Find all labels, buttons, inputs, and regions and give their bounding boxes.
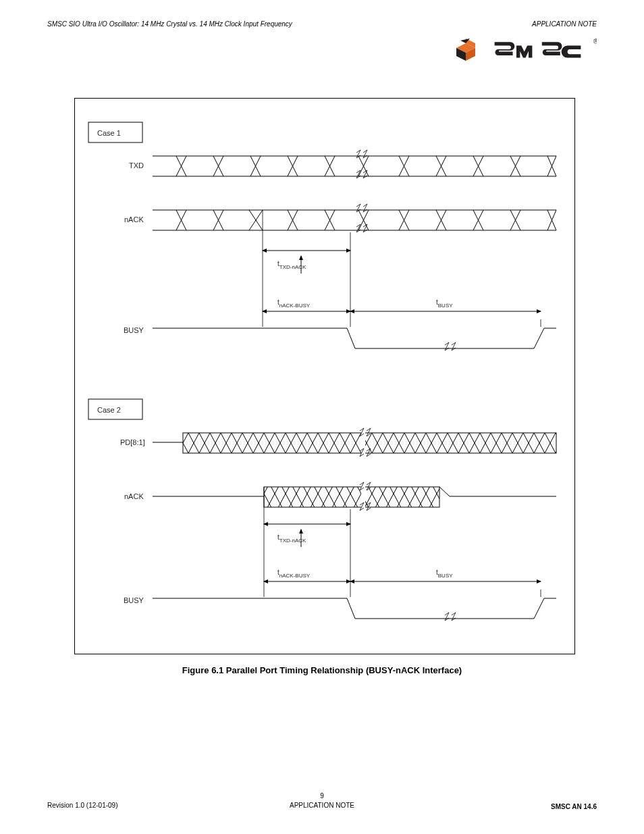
case1-txd-signal <box>153 150 556 178</box>
case2-nack-label: nACK <box>124 492 144 500</box>
case2-pd-signal <box>153 428 556 457</box>
registered-mark: ® <box>593 38 597 45</box>
header-left: SMSC SIO Ultra I/O Oscillator: 14 MHz Cr… <box>47 20 292 28</box>
case1-tnackbusy-label: tnACK-BUSY <box>277 298 311 309</box>
logo-wordmark-icon: ® <box>492 37 597 64</box>
case1-busy-signal <box>153 328 556 350</box>
case1-nack-label: nACK <box>124 215 144 224</box>
page-header: SMSC SIO Ultra I/O Oscillator: 14 MHz Cr… <box>47 20 597 28</box>
case2-ttxdnack-label: tTXD-nACK <box>277 533 306 544</box>
case1-label: Case 1 <box>97 129 121 137</box>
case2-busy-label: BUSY <box>124 596 144 604</box>
case2-nack-signal <box>153 482 556 511</box>
case2-pd-label: PD[8:1] <box>120 438 145 446</box>
header-right: APPLICATION NOTE <box>532 20 597 28</box>
case1-ttxdnack-label: tTXD-nACK <box>277 260 306 270</box>
logo-mark-icon <box>451 37 488 64</box>
page-number: 9 <box>320 792 324 800</box>
case2-busy-signal <box>153 598 556 621</box>
case1-txd-label: TXD <box>129 161 144 170</box>
figure-caption: Figure 6.1 Parallel Port Timing Relation… <box>0 665 644 675</box>
page: SMSC SIO Ultra I/O Oscillator: 14 MHz Cr… <box>0 0 644 834</box>
case1-tbusy-label: tBUSY <box>436 298 453 309</box>
svg-rect-20 <box>264 487 439 507</box>
case2-tbusy-label: tBUSY <box>436 569 453 579</box>
case1-nack-signal <box>153 204 556 232</box>
footer-center: 9 APPLICATION NOTE <box>47 791 597 810</box>
case2-tnackbusy-label: tnACK-BUSY <box>277 569 311 579</box>
timing-diagram: Case 1 TXD <box>75 99 574 654</box>
footer-doc-type: APPLICATION NOTE <box>290 802 354 809</box>
brand-logo: ® <box>451 37 597 64</box>
case1-busy-label: BUSY <box>124 326 144 334</box>
page-footer: 9 APPLICATION NOTE Revision 1.0 (12-01-0… <box>47 801 597 810</box>
case2-label: Case 2 <box>97 406 121 414</box>
svg-line-21 <box>439 487 450 496</box>
figure-frame: Case 1 TXD <box>74 98 575 654</box>
